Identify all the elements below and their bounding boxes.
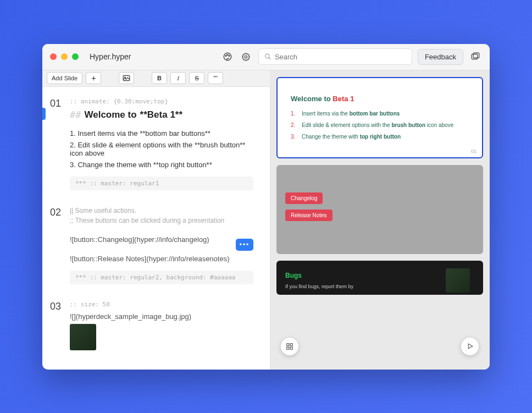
main-area: Add Slide B I S "" 01 bbox=[42, 70, 490, 370]
quote-button[interactable]: "" bbox=[208, 72, 223, 84]
grid-view-button[interactable] bbox=[281, 338, 298, 355]
action-line[interactable]: ![button::Changelog](hyper://info/change… bbox=[70, 235, 253, 244]
preview-dark-thumb bbox=[446, 268, 470, 293]
bold-button[interactable]: B bbox=[152, 72, 167, 84]
italic-button[interactable]: I bbox=[170, 72, 186, 84]
comment-line[interactable]: ;; These buttons can be clicked during a… bbox=[70, 217, 253, 224]
preview-slide-1[interactable]: Welcome to Beta 1 1.Insert items via the… bbox=[276, 77, 483, 158]
svg-point-3 bbox=[229, 56, 230, 57]
svg-point-2 bbox=[227, 54, 228, 56]
preview-list: 1.Insert items via the bottom bar button… bbox=[291, 111, 469, 140]
image-ref-line[interactable]: ![](hyperdeck_sample_image_bug.jpg) bbox=[70, 312, 253, 321]
editor-toolbar: Add Slide B I S "" bbox=[42, 70, 270, 87]
slide-index: 02 bbox=[472, 245, 478, 251]
preview-title: Welcome to Beta 1 bbox=[291, 95, 469, 103]
search-input[interactable] bbox=[275, 53, 406, 61]
hash-marker: ## bbox=[70, 109, 81, 120]
slide-index: 01 bbox=[471, 148, 476, 154]
editor-content[interactable]: 01 › :: animate: {0.30;move;top} ## Welc… bbox=[42, 87, 270, 370]
preview-panel: Welcome to Beta 1 1.Insert items via the… bbox=[270, 70, 490, 370]
svg-rect-7 bbox=[472, 54, 478, 59]
body-line[interactable]: 2. Edit slide & element options with the… bbox=[70, 141, 253, 157]
window-title: Hyper.hyper bbox=[90, 52, 131, 61]
search-icon bbox=[264, 53, 271, 60]
inline-thumbnail[interactable] bbox=[70, 324, 96, 350]
slide-number: 03 bbox=[50, 301, 61, 312]
slide-block-1: 01 › :: animate: {0.30;move;top} ## Welc… bbox=[70, 98, 253, 190]
layout-icon[interactable] bbox=[469, 50, 482, 63]
more-actions-button[interactable]: ••• bbox=[236, 239, 253, 251]
release-notes-tag[interactable]: Release Notes bbox=[285, 210, 332, 221]
changelog-tag[interactable]: Changelog bbox=[285, 192, 323, 204]
comment-line[interactable]: || Some useful actions. bbox=[70, 207, 253, 214]
action-line[interactable]: ![button::Release Notes](hyper://info/re… bbox=[70, 255, 253, 263]
svg-point-6 bbox=[265, 54, 270, 58]
size-directive: :: size: 50 bbox=[70, 301, 253, 308]
editor-panel: Add Slide B I S "" 01 bbox=[42, 70, 270, 370]
body-line[interactable]: 3. Change the theme with **top right but… bbox=[70, 161, 253, 169]
play-button[interactable] bbox=[461, 338, 479, 355]
app-window: Hyper.hyper Feedback Add Slide bbox=[42, 44, 490, 370]
master-directive: *** :: master: regular1 bbox=[70, 177, 253, 190]
slide-number: 01 bbox=[50, 98, 61, 109]
svg-point-5 bbox=[245, 56, 247, 58]
slide-number: 02 bbox=[50, 207, 61, 218]
preview-slide-3[interactable]: Bugs If you find bugs, report them by bbox=[276, 261, 483, 295]
image-button[interactable] bbox=[119, 72, 134, 84]
palette-icon[interactable] bbox=[221, 50, 234, 63]
close-dot[interactable] bbox=[50, 53, 57, 60]
add-slide-button[interactable]: Add Slide bbox=[47, 72, 82, 84]
svg-rect-8 bbox=[473, 53, 479, 58]
body-line[interactable]: 1. Insert items via the **bottom bar but… bbox=[70, 129, 253, 137]
preview-slide-2[interactable]: Changelog Release Notes 02 bbox=[276, 165, 483, 254]
feedback-button[interactable]: Feedback bbox=[418, 49, 463, 65]
slide-heading[interactable]: ## Welcome to **Beta 1** bbox=[70, 109, 253, 120]
svg-rect-12 bbox=[290, 343, 292, 345]
svg-marker-15 bbox=[468, 344, 473, 349]
pin-indicator[interactable]: › bbox=[42, 108, 46, 120]
svg-rect-11 bbox=[287, 343, 289, 345]
search-box[interactable] bbox=[258, 48, 412, 65]
maximize-dot[interactable] bbox=[72, 53, 79, 60]
svg-point-1 bbox=[225, 56, 226, 57]
minimize-dot[interactable] bbox=[61, 53, 68, 60]
animate-directive: :: animate: {0.30;move;top} bbox=[70, 98, 253, 105]
plus-button[interactable] bbox=[86, 72, 101, 84]
titlebar: Hyper.hyper Feedback bbox=[42, 44, 490, 70]
strike-button[interactable]: S bbox=[189, 72, 204, 84]
slide-block-2: 02 || Some useful actions. ;; These butt… bbox=[70, 207, 253, 284]
master-directive: *** :: master: regular2, background: #aa… bbox=[70, 271, 253, 284]
gear-icon[interactable] bbox=[240, 50, 253, 63]
svg-rect-14 bbox=[290, 347, 292, 349]
slide-block-3: 03 :: size: 50 ![](hyperdeck_sample_imag… bbox=[70, 301, 253, 350]
traffic-lights bbox=[50, 53, 79, 60]
svg-rect-13 bbox=[287, 347, 289, 349]
